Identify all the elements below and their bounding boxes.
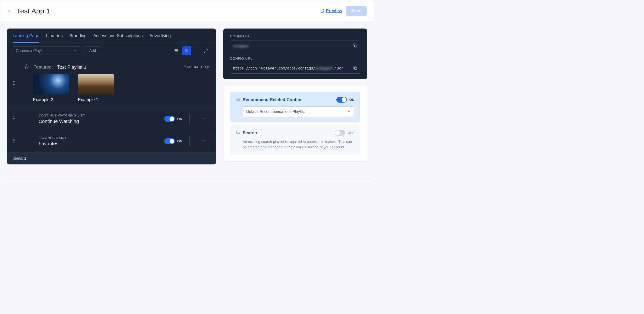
header-right: Preview Save — [320, 6, 366, 16]
row-title: Favorites — [38, 141, 164, 146]
svg-line-32 — [239, 133, 240, 134]
expand-button[interactable] — [201, 46, 210, 55]
card-header: Search OFF — [236, 130, 354, 136]
featured-title: Test Playlist 1 — [57, 64, 86, 70]
svg-point-25 — [14, 142, 15, 142]
config-url-field[interactable]: https://cdn.jwplayer.com/apps/configs/ec… — [230, 63, 360, 74]
recommend-toggle[interactable]: ON — [336, 97, 354, 102]
tab-access-subscriptions[interactable]: Access and Subscriptions — [93, 28, 143, 43]
content-row: CONTINUE WATCHING LIST Continue Watching… — [7, 108, 216, 130]
svg-marker-13 — [25, 65, 29, 68]
svg-point-11 — [13, 84, 14, 84]
chevron-down-icon — [73, 49, 77, 52]
svg-point-31 — [237, 131, 239, 134]
save-button[interactable]: Save — [346, 6, 366, 16]
copy-icon — [353, 44, 357, 48]
media-item-label: Example 2 — [33, 97, 69, 102]
toggle-label: ON — [177, 139, 182, 143]
config-id-value: ec4ygpwf — [233, 44, 248, 48]
row-subtitle: FAVORITES LIST — [38, 136, 164, 140]
search-icon — [236, 130, 240, 136]
copy-button[interactable] — [353, 44, 357, 48]
copy-icon — [353, 66, 357, 70]
row-toggle[interactable]: ON — [164, 138, 182, 144]
tab-landing-page[interactable]: Landing Page — [13, 28, 39, 43]
media-count: 2 MEDIA ITEMS — [184, 65, 210, 69]
drag-handle-icon[interactable] — [13, 116, 16, 122]
row-subtitle: CONTINUE WATCHING LIST — [38, 114, 164, 117]
preview-label: Preview — [326, 8, 342, 14]
recommend-icon — [236, 97, 240, 102]
settings-panel: Recommend Related Content ON Default Rec… — [223, 85, 367, 162]
preview-link[interactable]: Preview — [320, 8, 342, 14]
row-toggle[interactable]: ON — [164, 116, 182, 122]
main-panel: Landing Page Libraries Branding Access a… — [7, 28, 216, 164]
tab-advertising[interactable]: Advertising — [149, 28, 171, 43]
toggle-label: ON — [349, 98, 354, 102]
media-item[interactable]: Example 1 — [78, 74, 114, 102]
playlist-placeholder: Choose a Playlist — [16, 49, 46, 53]
external-link-icon — [320, 9, 324, 13]
toggle-switch[interactable] — [164, 116, 175, 122]
recommend-title: Recommend Related Content — [243, 97, 303, 102]
chevron-down-icon — [202, 139, 206, 142]
featured-label: Featured: — [33, 64, 53, 70]
thumbnail-image — [33, 74, 69, 94]
svg-point-12 — [14, 84, 15, 84]
drag-handle-icon[interactable] — [13, 81, 16, 86]
list-icon — [174, 48, 178, 53]
content-row: FAVORITES LIST Favorites ON — [7, 130, 216, 152]
svg-rect-27 — [354, 67, 357, 70]
tab-branding[interactable]: Branding — [69, 28, 86, 43]
search-toggle[interactable]: OFF — [335, 130, 354, 136]
add-button[interactable]: Add — [84, 46, 101, 55]
recommendations-select[interactable]: Default Recommendations Playlist — [243, 106, 354, 117]
tab-libraries[interactable]: Libraries — [46, 28, 62, 43]
svg-point-16 — [13, 118, 14, 119]
expand-row-button[interactable] — [197, 116, 210, 121]
svg-point-19 — [14, 120, 15, 120]
view-mode-buttons — [172, 46, 210, 55]
svg-point-17 — [14, 118, 15, 119]
media-item[interactable]: Example 2 — [33, 74, 69, 102]
thumbnails: Example 2 Example 1 — [13, 74, 210, 102]
copy-button[interactable] — [353, 66, 357, 71]
page-header: Test App 1 Preview Save — [0, 0, 374, 22]
config-url-value: https://cdn.jwplayer.com/apps/configs/ec… — [233, 66, 344, 70]
row-info: CONTINUE WATCHING LIST Continue Watching — [22, 114, 164, 124]
config-id-field[interactable]: ec4ygpwf — [230, 40, 360, 51]
config-url-label: CONFIG URL — [230, 56, 360, 60]
search-title: Search — [243, 130, 257, 136]
svg-point-22 — [13, 140, 14, 141]
compact-view-button[interactable] — [182, 46, 191, 55]
toggle-label: ON — [177, 117, 182, 121]
sidebar: CONFIG ID ec4ygpwf CONFIG URL https://cd… — [223, 28, 367, 162]
items-count: 1 — [24, 156, 26, 160]
svg-point-7 — [13, 81, 14, 82]
toggle-switch[interactable] — [335, 130, 345, 136]
expand-row-button[interactable] — [197, 139, 210, 144]
media-item-label: Example 1 — [78, 97, 114, 102]
expand-icon — [204, 49, 208, 53]
select-value: Default Recommendations Playlist — [246, 110, 305, 114]
svg-point-10 — [14, 82, 15, 83]
star-icon — [24, 64, 29, 70]
toggle-switch[interactable] — [336, 97, 347, 102]
row-actions: ON — [164, 136, 210, 146]
footer: Items: 1 — [7, 152, 216, 164]
back-arrow-icon[interactable] — [8, 9, 13, 14]
toggle-switch[interactable] — [164, 138, 175, 144]
chevron-down-icon — [202, 116, 206, 120]
row-info: FAVORITES LIST Favorites — [22, 136, 164, 146]
playlist-select[interactable]: Choose a Playlist — [13, 46, 80, 55]
list-view-button[interactable] — [172, 46, 181, 55]
svg-point-24 — [13, 142, 14, 142]
config-id-label: CONFIG ID — [230, 34, 360, 38]
svg-point-18 — [13, 120, 14, 120]
drag-handle-icon[interactable] — [13, 138, 16, 144]
page-title: Test App 1 — [16, 7, 50, 15]
toggle-label: OFF — [348, 131, 354, 135]
toolbar: Choose a Playlist Add — [7, 43, 216, 59]
card-header: Recommend Related Content ON — [236, 97, 354, 102]
recommend-card: Recommend Related Content ON Default Rec… — [230, 92, 360, 122]
